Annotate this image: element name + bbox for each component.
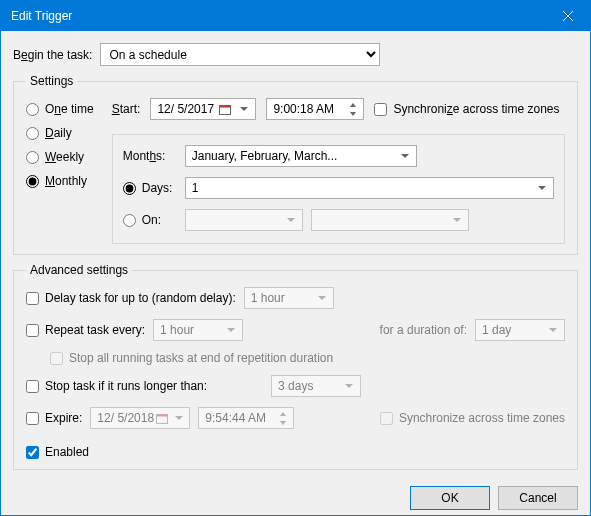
titlebar: Edit Trigger [1,1,590,31]
repeat-label: Repeat task every: [45,323,145,337]
time-spinner [276,409,290,427]
duration-select: 1 day [475,319,565,341]
delay-row: Delay task for up to (random delay): 1 h… [26,287,565,309]
close-icon [563,11,573,21]
lbl: Weekly [45,150,84,164]
sync-tz2-label: Synchronize across time zones [399,411,565,425]
repeat-select: 1 hour [153,319,243,341]
expire-time-picker: 9:54:44 AM [198,407,294,429]
delay-label: Delay task for up to (random delay): [45,291,236,305]
days-label: Days: [142,181,173,195]
svg-rect-3 [220,106,231,108]
start-row: Start: 12/ 5/2017 9:00:18 AM [112,98,565,120]
cancel-button[interactable]: Cancel [498,486,578,510]
expire-time-value: 9:54:44 AM [205,411,272,425]
days-select[interactable]: 1 [185,177,554,199]
repeat-checkbox[interactable]: Repeat task every: [26,323,145,337]
sync-tz2-checkbox: Synchronize across time zones [380,411,565,425]
sync-tz-label: Synchronize across time zones [393,102,559,116]
chevron-down-icon [341,378,357,394]
monthly-box: Months: January, February, March... Days… [112,134,565,244]
stop-all-row: Stop all running tasks at end of repetit… [26,351,565,365]
stop-if-row: Stop task if it runs longer than: 3 days [26,375,565,397]
chevron-down-icon [223,322,239,338]
radio-monthly[interactable]: Monthly [26,174,94,188]
on-week-select [185,209,303,231]
settings-right: Start: 12/ 5/2017 9:00:18 AM [112,98,565,244]
chevron-down-icon [236,101,252,117]
expire-label: Expire: [45,411,82,425]
stop-if-label: Stop task if it runs longer than: [45,379,207,393]
begin-task-row: Begin the task: On a schedule [13,43,578,66]
repeat-value: 1 hour [160,323,219,337]
time-spinner[interactable] [346,100,360,118]
expire-checkbox[interactable]: Expire: [26,411,82,425]
on-label: On: [142,213,161,227]
chevron-down-icon [283,212,299,228]
chevron-down-icon [545,322,561,338]
ok-button[interactable]: OK [410,486,490,510]
spin-down-icon [346,109,360,118]
calendar-icon [156,411,168,425]
advanced-legend: Advanced settings [26,263,132,277]
enabled-label: Enabled [45,445,89,459]
chevron-down-icon [172,410,186,426]
window-title: Edit Trigger [11,9,546,23]
edit-trigger-dialog: Edit Trigger Begin the task: On a schedu… [0,0,591,516]
on-day-select [311,209,469,231]
schedule-radios: One time Daily Weekly Monthly [26,98,94,244]
enabled-checkbox[interactable]: Enabled [26,445,89,459]
advanced-group: Advanced settings Delay task for up to (… [13,263,578,470]
duration-value: 1 day [482,323,541,337]
enabled-row: Enabled [26,445,565,459]
chevron-down-icon [397,148,413,164]
delay-value: 1 hour [251,291,310,305]
begin-task-select[interactable]: On a schedule [100,43,380,66]
spin-down-icon [276,418,290,427]
delay-select: 1 hour [244,287,334,309]
stop-all-label: Stop all running tasks at end of repetit… [69,351,333,365]
days-value: 1 [192,181,530,195]
dialog-content: Begin the task: On a schedule Settings O… [1,31,590,476]
stop-if-value: 3 days [278,379,337,393]
start-time-value: 9:00:18 AM [273,102,342,116]
settings-legend: Settings [26,74,77,88]
delay-checkbox[interactable]: Delay task for up to (random delay): [26,291,236,305]
spin-up-icon [276,409,290,418]
sync-tz-checkbox[interactable]: Synchronize across time zones [374,102,559,116]
expire-date-value: 12/ 5/2018 [97,411,154,425]
on-radio[interactable]: On: [123,213,185,227]
on-selects [185,209,554,231]
stop-if-select: 3 days [271,375,361,397]
days-radio[interactable]: Days: [123,181,185,195]
start-label: Start: [112,102,141,116]
chevron-down-icon [314,290,330,306]
dialog-footer: OK Cancel [1,476,590,516]
expire-row: Expire: 12/ 5/2018 9:54:44 AM [26,407,565,429]
svg-rect-5 [157,415,168,417]
start-time-picker[interactable]: 9:00:18 AM [266,98,364,120]
lbl: Daily [45,126,72,140]
stop-all-checkbox: Stop all running tasks at end of repetit… [50,351,333,365]
radio-one-time[interactable]: One time [26,102,94,116]
spin-up-icon [346,100,360,109]
months-select[interactable]: January, February, March... [185,145,417,167]
duration-label: for a duration of: [380,323,467,337]
close-button[interactable] [546,1,590,31]
calendar-icon [218,102,232,116]
start-date-picker[interactable]: 12/ 5/2017 [150,98,256,120]
radio-daily[interactable]: Daily [26,126,94,140]
txt: B [13,48,21,62]
repeat-row: Repeat task every: 1 hour for a duration… [26,319,565,341]
begin-task-label: Begin the task: [13,48,92,62]
txt: gin the task: [28,48,93,62]
months-value: January, February, March... [192,149,393,163]
chevron-down-icon [449,212,465,228]
stop-if-checkbox[interactable]: Stop task if it runs longer than: [26,379,207,393]
lbl: Monthly [45,174,87,188]
radio-weekly[interactable]: Weekly [26,150,94,164]
txt: e [21,48,28,62]
start-date-value: 12/ 5/2017 [157,102,216,116]
expire-date-picker: 12/ 5/2018 [90,407,190,429]
months-label: Months: [123,149,185,163]
